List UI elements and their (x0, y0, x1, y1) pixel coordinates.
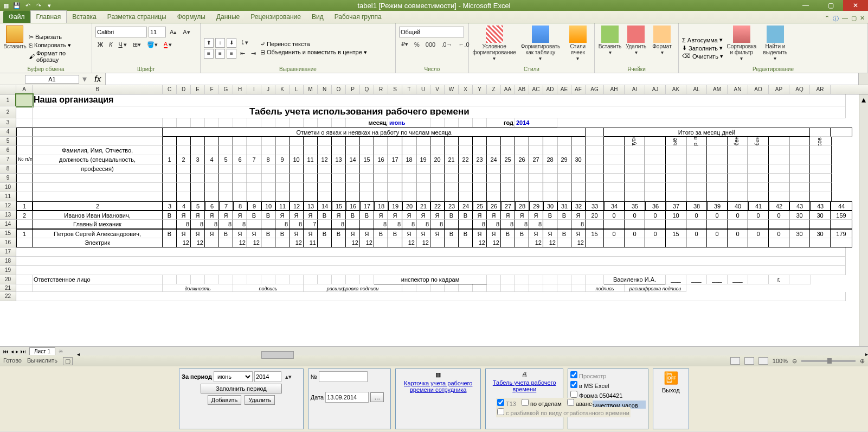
row-header[interactable]: 8 (0, 164, 16, 174)
row-header[interactable]: 11 (0, 192, 16, 201)
col-header[interactable]: S (388, 85, 402, 94)
col-header[interactable]: Z (487, 85, 501, 94)
table-format-button[interactable]: Форматировать как таблицу▾ (518, 24, 562, 72)
scroll-thumb[interactable] (261, 351, 294, 359)
border-button[interactable]: ⊞▾ (131, 40, 143, 49)
orientation-button[interactable]: ⤹▾ (238, 38, 250, 47)
currency-button[interactable]: ₽▾ (399, 40, 410, 49)
tab-view[interactable]: Вид (306, 11, 329, 23)
col-header[interactable]: AN (728, 85, 748, 94)
sheet-nav-first[interactable]: ⏮ (3, 348, 9, 354)
col-header[interactable]: E (191, 85, 205, 94)
row-header[interactable]: 17 (0, 247, 16, 257)
preview-checkbox[interactable]: Просмотр (570, 371, 646, 379)
col-header[interactable]: L (290, 85, 304, 94)
col-header[interactable]: AJ (645, 85, 666, 94)
scroll-up-button[interactable]: ▴ (859, 94, 868, 103)
align-center-button[interactable]: ≡ (215, 49, 225, 59)
col-header[interactable]: P (346, 85, 360, 94)
bydept-checkbox[interactable]: по отделам (522, 399, 562, 407)
tab-layout[interactable]: Разметка страницы (102, 11, 172, 23)
format-painter-button[interactable]: 🖌Формат по образцу (29, 50, 88, 63)
fx-label[interactable]: fx (90, 74, 105, 84)
align-top-button[interactable]: ⬆ (204, 38, 214, 48)
exit-button[interactable]: Выход (662, 387, 680, 393)
formula-expand-button[interactable] (858, 73, 868, 85)
number-format-combo[interactable] (399, 27, 464, 37)
col-header[interactable]: C (163, 85, 177, 94)
avans-checkbox[interactable]: аванс (567, 399, 592, 407)
col-header[interactable]: AH (604, 85, 625, 94)
col-header[interactable]: M (304, 85, 318, 94)
col-header[interactable]: J (261, 85, 275, 94)
zoom-level[interactable]: 100% (773, 358, 788, 364)
align-middle-button[interactable]: ↕ (215, 38, 225, 48)
scroll-left-button[interactable]: ◂ (77, 351, 80, 357)
redo-icon[interactable]: ↷ (35, 2, 42, 9)
sort-filter-button[interactable]: Сортировка и фильтр▾ (725, 24, 758, 72)
col-header[interactable]: G (219, 85, 233, 94)
help-icon[interactable]: ⓘ (833, 15, 839, 23)
row-header[interactable]: 9 (0, 174, 16, 183)
col-header[interactable]: AF (571, 85, 586, 94)
select-all-corner[interactable] (0, 85, 16, 94)
insert-cells-button[interactable]: Вставить▾ (598, 24, 622, 72)
macro-record-icon[interactable]: ▢ (63, 357, 73, 365)
cell-styles-button[interactable]: Стили ячеек▾ (565, 24, 591, 72)
decrease-font-button[interactable]: A▾ (181, 28, 192, 37)
row-header[interactable]: 15 (0, 229, 16, 238)
align-right-button[interactable]: ≡ (227, 49, 236, 59)
employee-card-link[interactable]: Карточка учета рабочего времени сотрудни… (398, 380, 478, 393)
formula-input[interactable] (105, 73, 858, 85)
col-header[interactable]: AK (666, 85, 686, 94)
row-header[interactable]: 16 (0, 238, 16, 247)
col-header[interactable]: R (374, 85, 388, 94)
col-header[interactable]: Q (360, 85, 374, 94)
page-break-view-button[interactable] (758, 357, 768, 365)
qat-dropdown-icon[interactable]: ▾ (46, 2, 53, 9)
increase-font-button[interactable]: A▴ (168, 28, 179, 37)
tab-file[interactable]: Файл (3, 11, 30, 23)
tab-team[interactable]: Рабочая группа (329, 11, 387, 23)
row-header[interactable]: 12 (0, 201, 16, 211)
row-header[interactable]: 2 (0, 106, 16, 118)
clear-button[interactable]: ⌫Очистить▾ (682, 53, 723, 60)
tab-data[interactable]: Данные (211, 11, 245, 23)
align-bottom-button[interactable]: ⬇ (227, 38, 236, 48)
bold-button[interactable]: Ж (95, 40, 105, 49)
format-cells-button[interactable]: Формат▾ (650, 24, 674, 72)
zoom-slider[interactable] (801, 360, 856, 362)
underline-button[interactable]: Ч▾ (116, 40, 128, 49)
italic-button[interactable]: К (107, 40, 114, 49)
minimize-button[interactable]: — (793, 0, 818, 11)
window-restore-icon[interactable]: ▢ (851, 15, 857, 23)
col-header[interactable]: AG (586, 85, 604, 94)
row-header[interactable]: 20 (0, 275, 16, 284)
percent-button[interactable]: % (412, 40, 422, 49)
col-header[interactable]: X (459, 85, 473, 94)
col-header[interactable]: W (445, 85, 459, 94)
sheet-nav-next[interactable]: ▸ (16, 348, 18, 354)
row-header[interactable]: 4 (0, 128, 16, 137)
row-header[interactable]: 19 (0, 266, 16, 275)
timesheet-link[interactable]: Табель учета рабочего времени (488, 379, 561, 392)
row-header[interactable]: 10 (0, 183, 16, 192)
add-button[interactable]: Добавить (208, 395, 242, 405)
sheet-tab[interactable]: Лист 1 (29, 347, 55, 355)
name-box[interactable] (25, 75, 79, 84)
col-header[interactable]: AP (769, 85, 789, 94)
increase-decimal-button[interactable]: .0→ (439, 40, 454, 49)
new-sheet-button[interactable]: ✳ (55, 348, 66, 354)
col-header[interactable]: AO (748, 85, 769, 94)
fill-period-button[interactable]: Заполнить период (201, 384, 282, 393)
font-name-combo[interactable] (95, 27, 147, 37)
col-header[interactable]: D (177, 85, 191, 94)
autosum-button[interactable]: Σ Автосумма▾ (682, 36, 723, 43)
sheet-nav-last[interactable]: ⏭ (21, 348, 26, 354)
comma-button[interactable]: 000 (423, 40, 438, 49)
undo-icon[interactable]: ↶ (24, 2, 31, 9)
font-color-button[interactable]: A▾ (162, 40, 174, 49)
row-header[interactable]: 21 (0, 284, 16, 292)
cond-format-button[interactable]: Условное форматирование▾ (472, 24, 516, 72)
num-input[interactable] (319, 371, 368, 382)
